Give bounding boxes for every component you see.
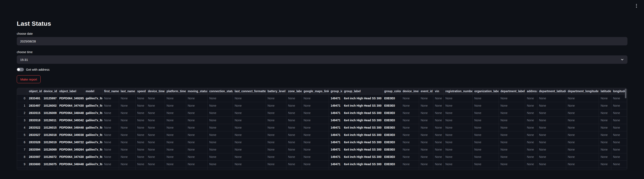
- table-cell-platform_time[interactable]: None: [165, 117, 186, 124]
- header-cell-device_id[interactable]: device_id: [42, 88, 58, 95]
- vertical-scrollbar-thumb[interactable]: [625, 89, 626, 98]
- table-cell-group_id[interactable]: 149471: [329, 153, 342, 160]
- table-cell-address[interactable]: None: [525, 153, 537, 160]
- table-cell-device_time[interactable]: None: [146, 131, 165, 139]
- table-cell-device_imei[interactable]: None: [401, 117, 419, 124]
- table-cell-first_name[interactable]: None: [102, 102, 119, 109]
- table-cell-group_color[interactable]: E0E0E0: [382, 131, 401, 139]
- table-cell-registration_number[interactable]: None: [444, 102, 473, 109]
- table-cell-model[interactable]: galileo7x_lte: [84, 95, 102, 102]
- table-cell-department_latitude[interactable]: None: [537, 153, 566, 160]
- table-cell-group_id[interactable]: 149471: [329, 102, 342, 109]
- header-cell-object_id[interactable]: object_id: [27, 88, 42, 95]
- table-cell-group_id[interactable]: 149471: [329, 95, 342, 102]
- header-cell-group_id[interactable]: group_id: [329, 88, 342, 95]
- header-cell-model[interactable]: model: [84, 88, 102, 95]
- table-cell-device_time[interactable]: None: [146, 161, 165, 168]
- table-cell-last_name[interactable]: None: [119, 161, 136, 168]
- table-cell-device_time[interactable]: None: [146, 109, 165, 117]
- table-cell-department_label[interactable]: None: [499, 139, 525, 146]
- table-cell-vin[interactable]: None: [433, 139, 444, 146]
- table-cell-zone_label[interactable]: None: [286, 109, 302, 117]
- table-cell-group_label[interactable]: 6x4 inch High Head SS 300 70: [342, 131, 382, 139]
- table-cell-device_imei[interactable]: None: [401, 146, 419, 153]
- table-cell-group_color[interactable]: E0E0E0: [382, 124, 401, 131]
- table-cell-device_imei[interactable]: None: [401, 139, 419, 146]
- table-cell-platform_time[interactable]: None: [165, 153, 186, 160]
- header-cell-group_label[interactable]: group_label: [342, 88, 382, 95]
- table-cell-longitude[interactable]: None: [611, 102, 627, 109]
- table-cell-device_imei[interactable]: None: [401, 95, 419, 102]
- table-cell-battery_level[interactable]: None: [266, 124, 286, 131]
- table-cell-google_maps_link[interactable]: None: [302, 146, 329, 153]
- table-cell-department_label[interactable]: None: [499, 124, 525, 131]
- table-cell-model[interactable]: galileo7x_lte: [84, 109, 102, 117]
- table-cell-event_id[interactable]: None: [419, 95, 433, 102]
- table-cell-last_connect_formatted[interactable]: None: [233, 139, 266, 146]
- header-cell-device_imei[interactable]: device_imei: [401, 88, 419, 95]
- table-cell-longitude[interactable]: None: [611, 139, 627, 146]
- table-cell-model[interactable]: galileo7x_lte: [84, 139, 102, 146]
- table-cell-department_latitude[interactable]: None: [537, 139, 566, 146]
- table-cell-model[interactable]: galileo7x_lte: [84, 146, 102, 153]
- table-cell-device_imei[interactable]: None: [401, 161, 419, 168]
- table-cell-group_color[interactable]: E0E0E0: [382, 102, 401, 109]
- table-cell-object_label[interactable]: PDPD064_3492648: [58, 146, 84, 153]
- row-index-cell[interactable]: 8: [17, 153, 27, 160]
- table-cell-event_id[interactable]: None: [419, 131, 433, 139]
- table-cell-last_name[interactable]: None: [119, 139, 136, 146]
- kebab-menu-icon[interactable]: [634, 2, 639, 9]
- table-cell-group_id[interactable]: 149471: [329, 109, 342, 117]
- table-cell-device_id[interactable]: 10126019: [42, 139, 58, 146]
- table-cell-group_id[interactable]: 149471: [329, 124, 342, 131]
- table-cell-last_connect_formatted[interactable]: None: [233, 102, 266, 109]
- table-cell-object_id[interactable]: 2833597: [27, 153, 42, 160]
- table-cell-zone_label[interactable]: None: [286, 139, 302, 146]
- table-cell-battery_level[interactable]: None: [266, 102, 286, 109]
- time-select[interactable]: 15:31: [17, 55, 628, 64]
- table-cell-zone_label[interactable]: None: [286, 153, 302, 160]
- table-cell-department_label[interactable]: None: [499, 95, 525, 102]
- table-cell-longitude[interactable]: None: [611, 117, 627, 124]
- table-cell-connection_status[interactable]: None: [208, 131, 233, 139]
- header-cell-department_longitude[interactable]: department_longitude: [566, 88, 599, 95]
- table-cell-connection_status[interactable]: None: [208, 146, 233, 153]
- row-index-cell[interactable]: 3: [17, 117, 27, 124]
- header-cell-address[interactable]: address: [525, 88, 537, 95]
- table-cell-first_name[interactable]: None: [102, 117, 119, 124]
- header-cell-organization_label[interactable]: organization_label: [473, 88, 499, 95]
- table-cell-registration_number[interactable]: None: [444, 95, 473, 102]
- table-cell-organization_label[interactable]: None: [473, 117, 499, 124]
- header-cell-latitude[interactable]: latitude: [599, 88, 611, 95]
- table-cell-device_time[interactable]: None: [146, 95, 165, 102]
- table-cell-moving_status[interactable]: None: [186, 95, 208, 102]
- table-cell-latitude[interactable]: None: [599, 153, 611, 160]
- table-cell-department_longitude[interactable]: None: [566, 139, 599, 146]
- table-cell-speed[interactable]: None: [136, 109, 146, 117]
- table-cell-registration_number[interactable]: None: [444, 124, 473, 131]
- row-index-cell[interactable]: 0: [17, 95, 27, 102]
- header-cell-vin[interactable]: vin: [433, 88, 444, 95]
- table-cell-zone_label[interactable]: None: [286, 102, 302, 109]
- table-cell-organization_label[interactable]: None: [473, 131, 499, 139]
- table-cell-object_id[interactable]: 2833600: [27, 161, 42, 168]
- table-cell-platform_time[interactable]: None: [165, 146, 186, 153]
- table-cell-device_imei[interactable]: None: [401, 102, 419, 109]
- table-cell-device_id[interactable]: 10126072: [42, 153, 58, 160]
- table-cell-platform_time[interactable]: None: [165, 139, 186, 146]
- table-cell-connection_status[interactable]: None: [208, 161, 233, 168]
- table-cell-zone_label[interactable]: None: [286, 124, 302, 131]
- table-cell-department_label[interactable]: None: [499, 131, 525, 139]
- table-cell-group_color[interactable]: E0E0E0: [382, 139, 401, 146]
- table-cell-first_name[interactable]: None: [102, 131, 119, 139]
- table-cell-registration_number[interactable]: None: [444, 146, 473, 153]
- table-cell-device_id[interactable]: 10126009: [42, 109, 58, 117]
- table-cell-address[interactable]: None: [525, 161, 537, 168]
- header-cell-group_color[interactable]: group_color: [382, 88, 401, 95]
- table-cell-address[interactable]: None: [525, 117, 537, 124]
- table-cell-registration_number[interactable]: None: [444, 139, 473, 146]
- table-cell-speed[interactable]: None: [136, 146, 146, 153]
- table-cell-device_time[interactable]: None: [146, 153, 165, 160]
- table-cell-last_connect_formatted[interactable]: None: [233, 146, 266, 153]
- table-cell-address[interactable]: None: [525, 109, 537, 117]
